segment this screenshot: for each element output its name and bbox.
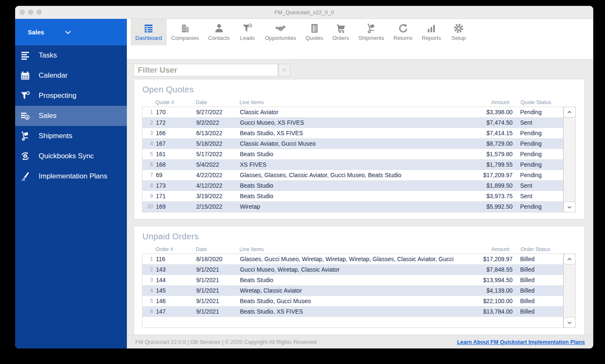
cell-status: Pending — [513, 172, 563, 178]
cell-date: 4/12/2022 — [196, 182, 240, 189]
table-row[interactable]: 21439/1/2021Gucci Museo, Wiretap, Classi… — [142, 264, 563, 275]
opportunities-icon — [275, 23, 286, 34]
table-row[interactable]: 21729/2/2022Gucci Museo, XS FIVES$7,474.… — [142, 118, 563, 128]
scroll-up-button[interactable] — [563, 254, 576, 264]
tab-contacts[interactable]: Contacts — [203, 19, 234, 45]
cell-status: Pending — [513, 203, 563, 210]
cell-status: Sent — [513, 182, 563, 189]
toolbar-substrip — [127, 45, 593, 59]
cell-status: Pending — [513, 109, 563, 115]
prospecting-icon — [20, 91, 30, 101]
tab-label: Quotes — [305, 35, 323, 41]
scroll-down-button[interactable] — [563, 202, 576, 212]
tab-dashboard[interactable]: Dashboard — [131, 19, 167, 45]
window-title: FM_Quickstart_v22_0_0 — [15, 9, 593, 16]
filter-user-input[interactable] — [134, 64, 278, 76]
table-row[interactable]: 41459/1/2021Wiretap, Classic Aviator$4,1… — [142, 285, 563, 296]
implementation-plans-link[interactable]: Learn About FM Quickstart Implementation… — [457, 339, 585, 345]
cell-id: 167 — [156, 140, 196, 147]
table-row[interactable]: 11709/27/2022Classic Aviator$3,398.00Pen… — [142, 107, 563, 118]
cell-id: 116 — [156, 256, 196, 262]
sidebar-menu-selector[interactable]: Sales — [15, 19, 127, 45]
leads-icon — [242, 23, 253, 34]
sidebar-item-calendar[interactable]: Calendar — [15, 65, 127, 86]
sidebar-item-implementation-plans[interactable]: Implementation Plans — [15, 166, 127, 186]
column-header: Order # — [155, 246, 196, 252]
returns-icon — [398, 23, 408, 34]
tab-quotes[interactable]: Quotes — [301, 19, 328, 45]
cell-line-items: Wiretap, Classic Aviator — [240, 287, 462, 294]
sidebar-item-label: Tasks — [39, 51, 57, 60]
tab-orders[interactable]: Orders — [328, 19, 354, 45]
cell-amount: $13,994.50 — [462, 277, 513, 283]
sidebar-item-label: Sales — [39, 112, 57, 120]
table-row[interactable]: 31666/13/2022Beats Studio, XS FIVES$7,41… — [142, 128, 563, 139]
sidebar-item-shipments[interactable]: Shipments — [15, 126, 127, 146]
cell-amount: $4,139.00 — [462, 287, 513, 294]
open-quotes-scrollbar[interactable] — [563, 107, 576, 212]
cell-id: 145 — [156, 287, 196, 294]
table-row[interactable]: 51615/17/2022Beats Studio$1,579.80Pendin… — [142, 149, 563, 160]
cell-amount: $17,209.97 — [462, 172, 513, 178]
sidebar-item-prospecting[interactable]: Prospecting — [15, 86, 127, 106]
cell-id: 170 — [156, 109, 196, 115]
table-row[interactable]: 101692/15/2022Wiretap$5,992.50Pending — [142, 202, 563, 212]
table-row[interactable]: 91713/19/2022Beats Studio$3,973.75Sent — [142, 191, 563, 202]
table-row[interactable]: 7694/22/2022Glasses, Glasses, Classic Av… — [142, 170, 563, 181]
table-row[interactable]: 31449/1/2021Beats Studio$13,994.50Billed — [142, 275, 563, 285]
open-quotes-panel: Open Quotes Quote # Date Line Items Amou… — [134, 79, 585, 220]
table-row[interactable]: 81734/12/2022Beats Studio$1,899.50Sent — [142, 181, 563, 191]
cell-amount: $8,729.00 — [462, 140, 513, 147]
cell-num: 4 — [142, 288, 156, 293]
tab-returns[interactable]: Returns — [389, 19, 417, 45]
table-row[interactable]: 51469/1/2021Beats Studio, Gucci Museo$22… — [142, 296, 563, 306]
cell-num: 6 — [142, 309, 156, 314]
cell-status: Pending — [513, 151, 563, 157]
window-titlebar[interactable]: FM_Quickstart_v22_0_0 — [15, 6, 593, 19]
tab-shipments[interactable]: Shipments — [354, 19, 389, 45]
contacts-icon — [214, 23, 224, 34]
dashboard-content: Open Quotes Quote # Date Line Items Amou… — [127, 59, 593, 335]
cell-status: Billed — [513, 256, 563, 262]
tab-reports[interactable]: Reports — [417, 19, 446, 45]
minimize-button[interactable] — [28, 10, 33, 15]
cell-line-items: Glasses, Glasses, Classic Aviator, Gucci… — [240, 172, 462, 178]
tab-leads[interactable]: Leads — [234, 19, 260, 45]
table-row[interactable]: 61685/4/2022XS FIVES$1,799.55Pending — [142, 160, 563, 170]
cell-id: 172 — [156, 119, 196, 126]
cell-id: 144 — [156, 277, 196, 283]
unpaid-orders-scrollbar[interactable] — [563, 254, 576, 328]
cell-line-items: Wiretap — [240, 203, 462, 210]
close-button[interactable] — [20, 10, 25, 15]
column-header: Line Items — [239, 100, 463, 105]
tab-label: Dashboard — [135, 35, 162, 41]
cell-date: 2/15/2022 — [196, 203, 240, 210]
scroll-up-button[interactable] — [563, 107, 576, 118]
cell-num: 10 — [142, 204, 156, 209]
cell-id: 169 — [156, 203, 196, 210]
zoom-button[interactable] — [37, 10, 42, 15]
sidebar-menu-label: Sales — [28, 29, 44, 36]
sidebar-item-quickbooks-sync[interactable]: $Quickbooks Sync — [15, 146, 127, 166]
tab-companies[interactable]: Companies — [167, 19, 204, 45]
sidebar-item-sales[interactable]: $Sales — [15, 106, 127, 126]
table-row[interactable]: 41675/18/2022Classic Aviator, Gucci Muse… — [142, 139, 563, 149]
chevron-up-icon — [567, 110, 572, 115]
cell-line-items: Beats Studio — [240, 182, 462, 189]
sidebar-item-label: Quickbooks Sync — [39, 152, 94, 160]
cell-date: 4/22/2022 — [196, 172, 240, 178]
tab-opportunites[interactable]: Opportunites — [260, 19, 301, 45]
table-row[interactable]: 61479/1/2021Beats Studio, XS FIVES$13,78… — [142, 306, 563, 317]
tab-setup[interactable]: Setup — [446, 19, 472, 45]
cell-num: 7 — [142, 172, 156, 178]
shipments-icon — [366, 23, 376, 34]
cell-status: Billed — [513, 277, 563, 283]
filter-clear-button[interactable] — [279, 64, 290, 76]
cell-line-items: Beats Studio — [240, 277, 462, 283]
table-row[interactable]: 11168/18/2020Glasses, Gucci Museo, Wiret… — [142, 254, 563, 264]
cell-amount: $7,474.50 — [462, 119, 513, 126]
unpaid-orders-panel: Unpaid Orders Order # Date Line Items Am… — [134, 226, 585, 335]
sidebar-item-tasks[interactable]: Tasks — [15, 45, 127, 65]
cell-num: 2 — [142, 120, 156, 126]
scroll-down-button[interactable] — [563, 317, 576, 328]
